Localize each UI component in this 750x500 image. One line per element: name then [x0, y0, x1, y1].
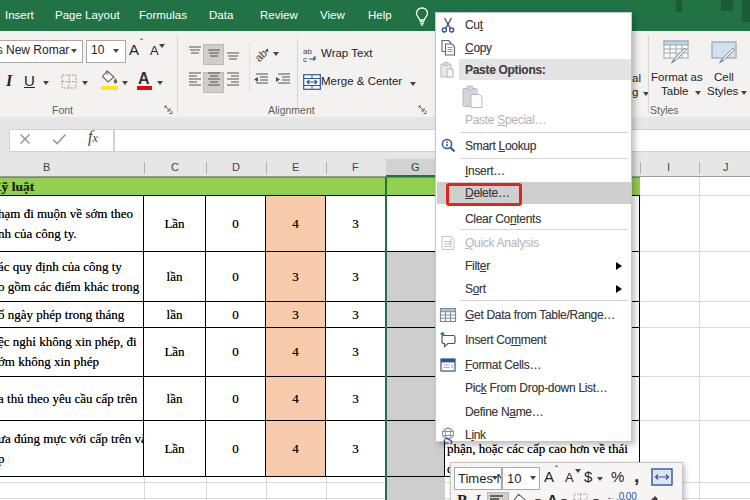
svg-text:ab: ab: [252, 47, 269, 64]
svg-text:c: c: [303, 55, 307, 63]
